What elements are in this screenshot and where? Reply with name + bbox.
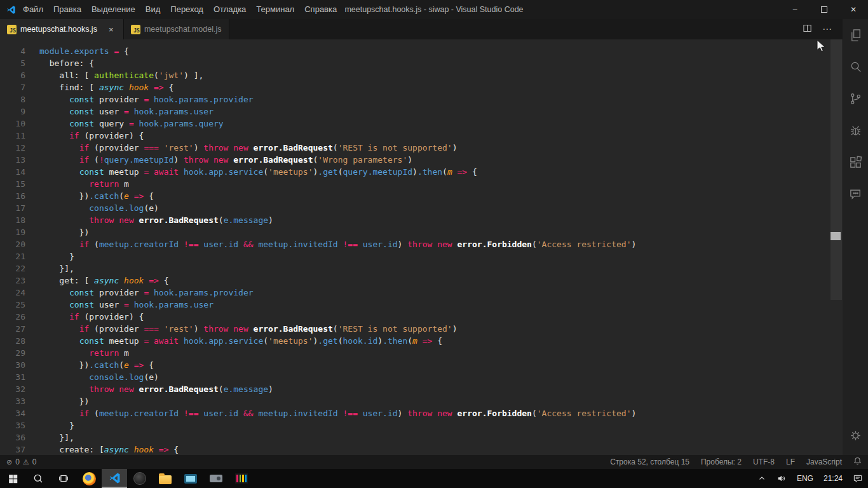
code-editor[interactable]: 4module.exports = {5 before: {6 all: [ a… bbox=[0, 39, 843, 455]
line-number[interactable]: 16 bbox=[0, 190, 25, 202]
taskbar-search-icon[interactable] bbox=[25, 469, 51, 488]
tab-meetupschat-model[interactable]: JS meetupschat.model.js bbox=[124, 19, 229, 39]
tab-meetupschat-hooks[interactable]: JS meetupschat.hooks.js × bbox=[0, 19, 124, 39]
chat-icon[interactable] bbox=[843, 178, 868, 210]
code-line[interactable]: 37 create: [async hook => { bbox=[0, 444, 636, 455]
line-number[interactable]: 24 bbox=[0, 287, 25, 299]
code-line[interactable]: 22 }], bbox=[0, 262, 636, 274]
code-line[interactable]: 31 console.log(e) bbox=[0, 371, 636, 383]
line-number[interactable]: 6 bbox=[0, 69, 25, 81]
maximize-button[interactable] bbox=[810, 0, 839, 19]
code-line[interactable]: 16 }).catch(e => { bbox=[0, 190, 636, 202]
code-line[interactable]: 34 if (meetup.creatorId !== user.id && m… bbox=[0, 407, 636, 419]
line-number[interactable]: 30 bbox=[0, 359, 25, 371]
code-line[interactable]: 15 return m bbox=[0, 178, 636, 190]
code-line[interactable]: 24 const provider = hook.params.provider bbox=[0, 287, 636, 299]
minimize-button[interactable]: – bbox=[780, 0, 810, 19]
scrollbar-thumb[interactable] bbox=[831, 39, 842, 300]
line-number[interactable]: 20 bbox=[0, 238, 25, 250]
indentation[interactable]: Пробелы: 2 bbox=[701, 458, 742, 466]
line-number[interactable]: 9 bbox=[0, 105, 25, 118]
device-app-icon[interactable] bbox=[203, 469, 229, 488]
line-number[interactable]: 21 bbox=[0, 250, 25, 262]
code-line[interactable]: 14 const meetup = await hook.app.service… bbox=[0, 166, 636, 178]
settings-gear-icon[interactable] bbox=[843, 419, 868, 451]
line-number[interactable]: 15 bbox=[0, 178, 25, 190]
line-number[interactable]: 25 bbox=[0, 299, 25, 311]
line-number[interactable]: 5 bbox=[0, 57, 25, 69]
code-line[interactable]: 29 return m bbox=[0, 347, 636, 359]
line-number[interactable]: 11 bbox=[0, 130, 25, 142]
menubar-item[interactable]: Вид bbox=[140, 0, 166, 19]
line-number[interactable]: 37 bbox=[0, 444, 25, 455]
notifications-bell-icon[interactable] bbox=[853, 457, 862, 467]
code-line[interactable]: 17 console.log(e) bbox=[0, 202, 636, 214]
line-number[interactable]: 18 bbox=[0, 214, 25, 226]
code-line[interactable]: 32 throw new error.BadRequest(e.message) bbox=[0, 383, 636, 395]
explorer-icon[interactable] bbox=[843, 19, 868, 51]
round-dark-app-icon[interactable] bbox=[127, 469, 153, 488]
line-number[interactable]: 14 bbox=[0, 166, 25, 178]
code-line[interactable]: 18 throw new error.BadRequest(e.message) bbox=[0, 214, 636, 226]
code-line[interactable]: 5 before: { bbox=[0, 57, 636, 69]
code-line[interactable]: 8 const provider = hook.params.provider bbox=[0, 93, 636, 105]
line-number[interactable]: 27 bbox=[0, 323, 25, 335]
code-line[interactable]: 33 }) bbox=[0, 395, 636, 407]
show-hidden-icons-chevron[interactable] bbox=[752, 469, 771, 488]
line-number[interactable]: 29 bbox=[0, 347, 25, 359]
color-bars-app-icon[interactable] bbox=[229, 469, 254, 488]
tv-app-icon[interactable] bbox=[178, 469, 203, 488]
volume-icon[interactable] bbox=[771, 469, 792, 488]
clock[interactable]: 21:24 bbox=[818, 469, 848, 488]
line-number[interactable]: 26 bbox=[0, 311, 25, 323]
line-number[interactable]: 17 bbox=[0, 202, 25, 214]
menubar-item[interactable]: Правка bbox=[48, 0, 86, 19]
action-center-icon[interactable] bbox=[848, 469, 868, 488]
vscode-taskbar-icon[interactable] bbox=[102, 469, 127, 488]
code-line[interactable]: 9 const user = hook.params.user bbox=[0, 105, 636, 118]
line-number[interactable]: 13 bbox=[0, 154, 25, 166]
line-number[interactable]: 28 bbox=[0, 335, 25, 347]
encoding[interactable]: UTF-8 bbox=[753, 458, 775, 466]
more-actions-icon[interactable]: ⋯ bbox=[822, 24, 832, 35]
code-line[interactable]: 26 if (provider) { bbox=[0, 311, 636, 323]
line-number[interactable]: 36 bbox=[0, 431, 25, 444]
code-line[interactable]: 25 const user = hook.params.user bbox=[0, 299, 636, 311]
line-number[interactable]: 10 bbox=[0, 118, 25, 130]
debug-icon[interactable] bbox=[843, 114, 868, 146]
code-line[interactable]: 19 }) bbox=[0, 226, 636, 238]
code-line[interactable]: 4module.exports = { bbox=[0, 45, 636, 57]
line-number[interactable]: 35 bbox=[0, 419, 25, 431]
firefox-icon[interactable] bbox=[76, 469, 102, 488]
extensions-icon[interactable] bbox=[843, 146, 868, 178]
task-view-icon[interactable] bbox=[51, 469, 76, 488]
line-number[interactable]: 19 bbox=[0, 226, 25, 238]
menubar-item[interactable]: Файл bbox=[18, 0, 48, 19]
file-explorer-icon[interactable] bbox=[153, 469, 178, 488]
line-number[interactable]: 12 bbox=[0, 142, 25, 154]
search-icon[interactable] bbox=[843, 51, 868, 83]
line-number[interactable]: 23 bbox=[0, 274, 25, 287]
code-line[interactable]: 21 } bbox=[0, 250, 636, 262]
problems-indicator[interactable]: ⊘ 0 ⚠ 0 bbox=[6, 458, 36, 466]
eol-type[interactable]: LF bbox=[786, 458, 795, 466]
cursor-position[interactable]: Строка 52, столбец 15 bbox=[610, 458, 689, 466]
code-line[interactable]: 28 const meetup = await hook.app.service… bbox=[0, 335, 636, 347]
line-number[interactable]: 32 bbox=[0, 383, 25, 395]
code-line[interactable]: 20 if (meetup.creatorId !== user.id && m… bbox=[0, 238, 636, 250]
line-number[interactable]: 8 bbox=[0, 93, 25, 105]
line-number[interactable]: 4 bbox=[0, 45, 25, 57]
language-indicator[interactable]: ENG bbox=[792, 469, 818, 488]
code-line[interactable]: 23 get: [ async hook => { bbox=[0, 274, 636, 287]
line-number[interactable]: 33 bbox=[0, 395, 25, 407]
code-line[interactable]: 6 all: [ authenticate('jwt') ], bbox=[0, 69, 636, 81]
start-button[interactable] bbox=[0, 469, 25, 488]
menubar-item[interactable]: Отладка bbox=[208, 0, 251, 19]
editor-scrollbar[interactable] bbox=[830, 39, 843, 455]
code-line[interactable]: 13 if (!query.meetupId) throw new error.… bbox=[0, 154, 636, 166]
code-line[interactable]: 30 }).catch(e => { bbox=[0, 359, 636, 371]
code-line[interactable]: 11 if (provider) { bbox=[0, 130, 636, 142]
line-number[interactable]: 31 bbox=[0, 371, 25, 383]
language-mode[interactable]: JavaScript bbox=[806, 458, 842, 466]
code-line[interactable]: 27 if (provider === 'rest') throw new er… bbox=[0, 323, 636, 335]
